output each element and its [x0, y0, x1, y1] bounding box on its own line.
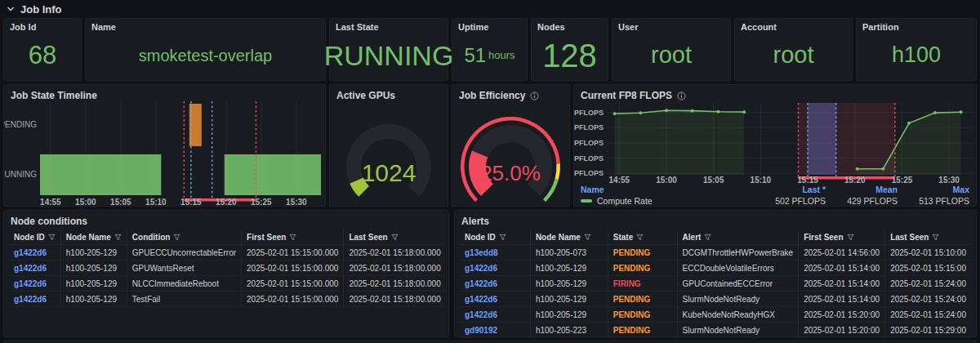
legend-header-mean[interactable]: Mean [826, 185, 898, 194]
node-id-link[interactable]: g1422d6 [14, 248, 47, 257]
cell: KubeNodeNotReadyHGX [677, 307, 799, 323]
info-icon[interactable] [677, 91, 686, 100]
legend-header-last[interactable]: Last * [754, 185, 826, 194]
column-header-label: First Seen [804, 233, 843, 242]
cell: 2025-02-01 15:10:00 [885, 245, 971, 261]
column-header-label: Condition [132, 233, 171, 242]
cell: h100-205-129 [60, 276, 127, 292]
axis-label: 15:05 [703, 176, 724, 183]
filter-icon[interactable] [48, 234, 56, 241]
node-id-link[interactable]: gd90192 [465, 326, 497, 335]
column-header-label: Node ID [14, 233, 45, 242]
node-id-link[interactable]: g1422d6 [465, 295, 497, 304]
axis-label: 15:05 [110, 198, 131, 206]
cell: 2025-02-01 15:24:00 [885, 276, 971, 292]
cell: 2025-02-01 14:56:00 [799, 245, 885, 261]
column-header-first-seen: First Seen [242, 229, 344, 245]
cell: h100-205-129 [60, 292, 127, 307]
series-color-swatch [581, 199, 592, 203]
node-id-link[interactable]: g1422d6 [465, 264, 497, 273]
series-point [856, 167, 859, 171]
panel-job-state-timeline: Job State Timeline 14:5515:0015:0515:101… [3, 84, 326, 207]
node-id-link[interactable]: g1422d6 [14, 264, 47, 273]
cell: h100-205-129 [530, 261, 608, 276]
stat-panel-user: Userroot [612, 18, 731, 81]
series-point [881, 167, 884, 171]
series-point [960, 110, 963, 114]
column-header-node-name: Node Name [530, 229, 608, 245]
column-header-label: Last Seen [349, 233, 387, 242]
legend-header-name[interactable]: Name [581, 185, 754, 194]
filter-icon[interactable] [391, 234, 399, 241]
cell: 2025-02-01 15:14:00 [799, 261, 885, 276]
node-id-link[interactable]: g1422d6 [14, 295, 47, 304]
stat-value: 128 [532, 30, 608, 80]
gauge-value-text: 1024 [362, 159, 416, 186]
node-id-link[interactable]: g1422d6 [465, 279, 497, 288]
cell: DCGMThrottleHWPowerBrake [677, 245, 799, 261]
filter-icon[interactable] [173, 234, 180, 241]
axis-label: 500 PFLOPS [574, 109, 604, 117]
filter-icon[interactable] [847, 234, 854, 241]
axis-label: 15:10 [145, 198, 167, 206]
column-header-node-id: Node ID [9, 229, 60, 245]
series-point [691, 109, 694, 113]
cell-state: PENDING [608, 292, 677, 307]
cell: h100-205-129 [60, 261, 127, 276]
axis-label: 15:15 [797, 176, 818, 183]
axis-label: 14:55 [40, 198, 61, 206]
cell-node-id: g1422d6 [460, 261, 530, 276]
filter-icon[interactable] [289, 234, 296, 241]
panel-title[interactable]: Node conditions [4, 211, 448, 229]
cell-state: FIRING [608, 276, 677, 292]
column-header-last-seen: Last Seen [885, 229, 971, 245]
legend-series-name[interactable]: Compute Rate [581, 196, 754, 206]
node-id-link[interactable]: g1422d6 [14, 279, 47, 288]
filter-icon[interactable] [114, 234, 122, 241]
stat-value: 51hours [452, 30, 527, 80]
stat-value: h100 [857, 30, 976, 80]
cell: 2025-02-01 15:15:00.000 [242, 261, 344, 276]
column-header-node-id: Node ID [460, 229, 530, 245]
legend-header-max[interactable]: Max [898, 185, 969, 194]
info-icon[interactable] [530, 91, 539, 100]
column-header-label: Node ID [465, 233, 496, 242]
node-conditions-table: Node IDNode NameConditionFirst SeenLast … [9, 229, 446, 307]
series-point [639, 111, 642, 114]
cell: TestFail [127, 292, 241, 307]
row-header-job-info[interactable]: Job Info [7, 2, 62, 16]
stat-value: smoketest-overlap [86, 30, 325, 80]
cell: 2025-02-01 15:15:00 [885, 261, 971, 276]
axis-label: 15:20 [844, 176, 866, 183]
axis-label: 100 PFLOPS [574, 169, 604, 177]
cell: 2025-02-01 15:14:00 [799, 276, 885, 292]
axis-label: 15:15 [180, 198, 202, 206]
filter-icon[interactable] [499, 234, 506, 241]
annotation-band-blue [808, 103, 836, 175]
legend-max-value: 513 PFLOPS [898, 196, 969, 206]
cell-node-id: g1422d6 [9, 276, 60, 292]
cell: h100-205-129 [530, 292, 608, 307]
node-id-link[interactable]: g13edd8 [465, 248, 498, 257]
state-timeline-chart: 14:5515:0015:0515:1015:1515:2015:2515:30… [4, 101, 325, 206]
panel-title[interactable]: Alerts [455, 211, 976, 229]
cell: 2025-02-01 15:20:00 [799, 307, 885, 323]
series-point [665, 109, 668, 112]
cell-node-id: gd90192 [460, 323, 530, 338]
filter-icon[interactable] [704, 234, 711, 241]
cell: 2025-02-01 15:15:00.000 [242, 245, 344, 261]
cell: 2025-02-01 15:15:00.000 [242, 292, 344, 307]
cell-node-id: g1422d6 [460, 276, 530, 292]
cell: h100-205-073 [530, 245, 608, 261]
filter-icon[interactable] [932, 234, 939, 241]
legend-series-row: Compute Rate 502 PFLOPS 429 PFLOPS 513 P… [581, 195, 969, 207]
filter-icon[interactable] [584, 234, 591, 241]
filter-icon[interactable] [636, 234, 644, 241]
cell: 2025-02-01 15:18:00.000 [344, 276, 446, 292]
cell: ECCDoubleVolatileErrors [677, 261, 799, 276]
job-efficiency-gauge: 25.0% [452, 101, 569, 206]
cell: GPUWantsReset [127, 261, 241, 276]
node-id-link[interactable]: g1422d6 [465, 310, 497, 319]
column-header-alert: Alert [677, 229, 799, 245]
dashboard: Job Info Job Id68Namesmoketest-overlapLa… [0, 0, 980, 343]
